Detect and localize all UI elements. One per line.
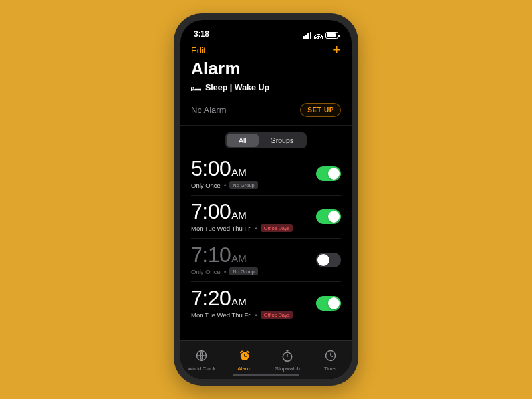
sleep-wake-heading: Sleep | Wake Up (191, 83, 341, 92)
edit-button[interactable]: Edit (191, 45, 205, 55)
tab-label: Timer (324, 366, 337, 372)
svg-rect-1 (191, 87, 192, 91)
world-clock-icon (195, 349, 208, 364)
stopwatch-icon (281, 349, 294, 364)
alarm-toggle[interactable] (316, 296, 341, 311)
page-title: Alarm (191, 59, 341, 79)
alarm-row[interactable]: 7:20AMMon Tue Wed Thu Fri•Office Days (191, 282, 341, 325)
alarm-repeat: Only Once (191, 268, 221, 275)
bed-icon (191, 84, 201, 91)
meta-separator: • (224, 268, 226, 275)
sleep-schedule-row[interactable]: No Alarm SET UP (180, 96, 352, 126)
alarm-meta: Mon Tue Wed Thu Fri•Office Days (191, 311, 293, 319)
nav-bar: Edit + (180, 40, 352, 57)
alarm-meta: Only Once•No Group (191, 267, 258, 275)
alarm-toggle[interactable] (316, 209, 341, 224)
phone-notch (226, 20, 306, 35)
alarm-meta: Mon Tue Wed Thu Fri•Office Days (191, 224, 293, 232)
alarm-time-line: 7:10AM (191, 244, 258, 265)
alarm-time: 5:00 (191, 156, 231, 180)
alarm-info: 7:20AMMon Tue Wed Thu Fri•Office Days (191, 287, 293, 319)
app-screen: 3:18 Edit + Alarm Sleep | Wake Up (180, 20, 352, 379)
sleep-wake-label: Sleep | Wake Up (205, 83, 269, 92)
alarm-group-tag: Office Days (261, 311, 293, 319)
alarm-toggle[interactable] (316, 166, 341, 181)
setup-button[interactable]: SET UP (300, 103, 341, 117)
alarm-group-tag: Office Days (261, 224, 293, 232)
segment-groups[interactable]: Groups (259, 134, 305, 147)
svg-point-3 (192, 87, 194, 89)
svg-rect-7 (244, 356, 247, 357)
tab-world-clock[interactable]: World Clock (180, 341, 223, 379)
alarm-repeat: Mon Tue Wed Thu Fri (191, 311, 252, 319)
alarm-meta: Only Once•No Group (191, 181, 258, 189)
header: Alarm Sleep | Wake Up (180, 57, 352, 96)
alarm-time: 7:00 (191, 200, 231, 223)
alarm-repeat: Only Once (191, 182, 221, 189)
alarm-time-line: 7:20AM (191, 287, 293, 309)
status-indicators (303, 32, 338, 39)
alarm-repeat: Mon Tue Wed Thu Fri (191, 225, 252, 232)
alarm-row[interactable]: 7:10AMOnly Once•No Group (191, 239, 341, 282)
tab-timer[interactable]: Timer (309, 341, 352, 379)
no-alarm-label: No Alarm (191, 105, 226, 115)
segment-control[interactable]: All Groups (225, 132, 307, 148)
tab-label: Stopwatch (275, 366, 300, 372)
meta-separator: • (255, 311, 257, 319)
timer-icon (324, 349, 337, 364)
home-indicator[interactable] (233, 374, 299, 376)
segment-all[interactable]: All (227, 134, 259, 147)
alarm-ampm: AM (231, 209, 247, 221)
add-alarm-button[interactable]: + (332, 43, 341, 57)
phone-bezel: 3:18 Edit + Alarm Sleep | Wake Up (180, 20, 352, 379)
wifi-icon (314, 32, 323, 39)
alarm-time-line: 5:00AM (191, 158, 258, 179)
alarm-time: 7:10 (191, 243, 231, 267)
phone-frame: 3:18 Edit + Alarm Sleep | Wake Up (174, 13, 358, 386)
alarm-info: 5:00AMOnly Once•No Group (191, 158, 258, 189)
alarm-time: 7:20 (191, 286, 231, 310)
alarm-row[interactable]: 5:00AMOnly Once•No Group (191, 152, 341, 196)
meta-separator: • (255, 225, 257, 232)
alarm-row[interactable]: 7:00AMMon Tue Wed Thu Fri•Office Days (191, 196, 341, 239)
alarm-icon (238, 349, 251, 364)
alarm-list[interactable]: 5:00AMOnly Once•No Group7:00AMMon Tue We… (180, 152, 352, 340)
alarm-ampm: AM (231, 166, 247, 178)
alarm-ampm: AM (231, 253, 247, 264)
alarm-info: 7:10AMOnly Once•No Group (191, 244, 258, 275)
alarm-ampm: AM (231, 296, 247, 307)
segment-control-wrap: All Groups (180, 126, 352, 152)
tab-label: World Clock (188, 366, 216, 372)
alarm-info: 7:00AMMon Tue Wed Thu Fri•Office Days (191, 201, 293, 232)
cellular-icon (303, 32, 311, 39)
meta-separator: • (224, 182, 226, 189)
battery-icon (325, 32, 338, 39)
alarm-group-tag: No Group (229, 181, 258, 189)
alarm-toggle[interactable] (316, 253, 341, 267)
tab-label: Alarm (237, 366, 251, 372)
alarm-group-tag: No Group (229, 267, 258, 275)
alarm-time-line: 7:00AM (191, 201, 293, 222)
status-time: 3:18 (194, 29, 209, 39)
